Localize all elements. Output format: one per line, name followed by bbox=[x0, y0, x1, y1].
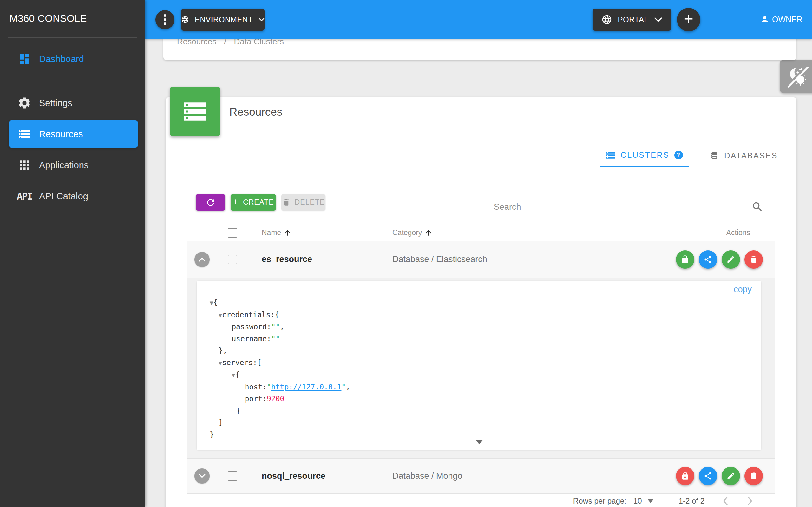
lock-button[interactable] bbox=[676, 467, 694, 485]
trash-icon bbox=[749, 255, 758, 264]
search-box bbox=[494, 198, 763, 216]
portal-label: PORTAL bbox=[618, 15, 649, 24]
globe-icon bbox=[601, 14, 612, 25]
resources-card: Resources CLUSTERS ? DATABASES + CREATE … bbox=[166, 97, 796, 507]
environment-dropdown[interactable]: ENVIRONMENT bbox=[181, 9, 264, 31]
plus-icon: + bbox=[233, 196, 239, 208]
sidebar-item-resources-active[interactable]: Resources bbox=[9, 120, 138, 148]
create-button[interactable]: + CREATE bbox=[231, 194, 276, 211]
edit-button[interactable] bbox=[722, 250, 740, 269]
resource-name: es_resource bbox=[262, 255, 312, 264]
expand-row-button[interactable] bbox=[194, 468, 210, 484]
unlock-button[interactable] bbox=[676, 250, 694, 269]
pencil-icon bbox=[726, 471, 735, 481]
table-row-nosql-resource: nosql_resource Database / Mongo bbox=[187, 458, 775, 494]
resource-name: nosql_resource bbox=[262, 471, 325, 481]
sidebar-item-dashboard[interactable]: Dashboard bbox=[0, 38, 145, 80]
database-icon bbox=[710, 151, 719, 160]
share-icon bbox=[704, 255, 712, 264]
chevron-down-icon bbox=[258, 17, 264, 22]
sidebar-item-label: Resources bbox=[39, 129, 83, 139]
rows-per-page-label: Rows per page: bbox=[573, 497, 626, 505]
delete-button-label: DELETE bbox=[295, 198, 325, 207]
sidebar-item-label: Applications bbox=[39, 160, 89, 170]
apps-grid-icon bbox=[17, 158, 32, 172]
select-all-checkbox[interactable] bbox=[228, 228, 237, 238]
json-panel: copy ▼{ ▼credentials:{ password:"", user… bbox=[197, 281, 761, 450]
pagination: Rows per page: 10 1-2 of 2 bbox=[187, 494, 775, 507]
server-stack-icon bbox=[182, 98, 209, 125]
next-page-button[interactable] bbox=[746, 496, 753, 506]
sort-up-icon bbox=[284, 229, 292, 237]
gear-icon bbox=[17, 96, 32, 110]
sidebar-nav: Settings Resources Applications API API … bbox=[0, 80, 145, 212]
sidebar-item-applications[interactable]: Applications bbox=[0, 150, 145, 181]
chevron-down-icon bbox=[198, 473, 206, 478]
lock-open-icon bbox=[681, 255, 690, 264]
rows-per-page-select[interactable]: 10 bbox=[633, 497, 642, 505]
edit-button[interactable] bbox=[722, 467, 740, 485]
day-night-icon bbox=[786, 65, 809, 88]
previous-page-button[interactable] bbox=[722, 496, 729, 506]
environment-label: ENVIRONMENT bbox=[195, 15, 253, 24]
dropdown-caret-icon[interactable] bbox=[648, 499, 653, 503]
owner-menu[interactable]: OWNER bbox=[760, 0, 803, 39]
collapse-panel-icon[interactable] bbox=[475, 440, 484, 444]
delete-button[interactable]: DELETE bbox=[281, 194, 325, 211]
pencil-icon bbox=[726, 255, 735, 264]
sidebar: M360 CONSOLE Dashboard Settings Resource… bbox=[0, 0, 145, 507]
sidebar-item-settings[interactable]: Settings bbox=[0, 88, 145, 118]
resource-category: Database / Elasticsearch bbox=[392, 255, 487, 264]
refresh-icon bbox=[206, 198, 216, 208]
sidebar-item-label: API Catalog bbox=[39, 191, 88, 202]
api-icon: API bbox=[17, 189, 32, 203]
json-code: ▼{ ▼credentials:{ password:"", username:… bbox=[210, 297, 350, 441]
globe-icon bbox=[181, 14, 189, 25]
share-icon bbox=[704, 471, 712, 481]
chevron-left-icon bbox=[722, 496, 729, 506]
row-checkbox[interactable] bbox=[228, 255, 237, 264]
owner-label: OWNER bbox=[772, 15, 803, 24]
tab-clusters[interactable]: CLUSTERS ? bbox=[600, 144, 689, 167]
create-button-label: CREATE bbox=[243, 198, 274, 207]
help-icon[interactable]: ? bbox=[674, 151, 683, 159]
delete-row-button[interactable] bbox=[745, 467, 763, 485]
refresh-button[interactable] bbox=[196, 194, 225, 211]
sidebar-item-resources[interactable]: Resources bbox=[0, 118, 145, 150]
tab-clusters-label: CLUSTERS bbox=[621, 151, 669, 160]
header-actions: Actions bbox=[726, 228, 775, 237]
topbar: ENVIRONMENT PORTAL + OWNER bbox=[145, 0, 812, 39]
trash-icon bbox=[282, 198, 291, 207]
expanded-row-detail: copy ▼{ ▼credentials:{ password:"", user… bbox=[187, 278, 775, 458]
resources-table: Name Category Actions es_resource Databa… bbox=[187, 225, 775, 507]
person-icon bbox=[760, 14, 769, 24]
sidebar-item-label: Dashboard bbox=[39, 54, 84, 64]
header-category[interactable]: Category bbox=[392, 228, 726, 237]
theme-toggle-button[interactable] bbox=[780, 60, 812, 93]
toolbar: + CREATE DELETE bbox=[196, 194, 325, 211]
share-button[interactable] bbox=[699, 467, 717, 485]
trash-icon bbox=[749, 471, 758, 481]
kebab-menu-button[interactable] bbox=[155, 10, 174, 29]
pagination-range: 1-2 of 2 bbox=[679, 497, 705, 505]
tab-databases[interactable]: DATABASES bbox=[704, 144, 783, 167]
delete-row-button[interactable] bbox=[745, 250, 763, 269]
sidebar-item-label: Settings bbox=[39, 98, 72, 108]
header-name[interactable]: Name bbox=[247, 228, 392, 237]
copy-link[interactable]: copy bbox=[734, 285, 752, 294]
search-input[interactable] bbox=[494, 202, 751, 212]
collapse-row-button[interactable] bbox=[194, 252, 210, 267]
row-checkbox[interactable] bbox=[228, 471, 237, 481]
server-stack-icon bbox=[17, 127, 32, 141]
resource-category: Database / Mongo bbox=[392, 471, 462, 481]
dashboard-icon bbox=[17, 52, 32, 66]
portal-dropdown[interactable]: PORTAL bbox=[593, 9, 671, 31]
share-button[interactable] bbox=[699, 250, 717, 269]
server-stack-icon bbox=[606, 150, 616, 160]
page-title: Resources bbox=[229, 106, 282, 118]
sidebar-item-api-catalog[interactable]: API API Catalog bbox=[0, 181, 145, 212]
table-header: Name Category Actions bbox=[187, 225, 775, 241]
lock-icon bbox=[681, 471, 690, 481]
search-icon[interactable] bbox=[751, 201, 763, 213]
add-button[interactable]: + bbox=[677, 8, 700, 32]
